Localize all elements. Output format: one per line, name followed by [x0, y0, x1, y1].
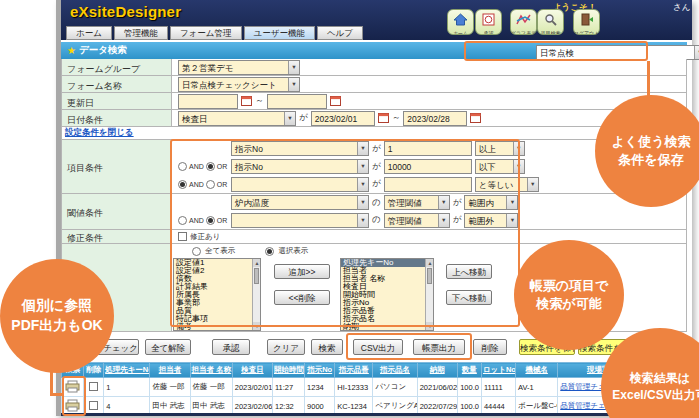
show-all-radio[interactable] — [192, 247, 201, 256]
calendar-icon[interactable] — [470, 109, 481, 127]
threshold-and-radio-2[interactable] — [178, 216, 187, 225]
item-compare-select-2[interactable]: 以下▼ — [475, 159, 525, 174]
threshold-type-select-1[interactable]: 管理閾値▼ — [384, 195, 450, 210]
item-field-select-1[interactable]: 指示No▼ — [231, 141, 369, 156]
dropdown-arrow-icon: ▼ — [357, 196, 368, 209]
available-items-listbox[interactable]: 設定値1 設定値2 倍数 計算結果 所属長 事業部 品質 特記事項 備考 ▲ ▼ — [173, 258, 261, 331]
calendar-icon[interactable] — [378, 109, 389, 127]
scrollbar-thumb[interactable] — [427, 268, 432, 284]
item-field-select-2[interactable]: 指示No▼ — [231, 159, 369, 174]
scroll-up-icon[interactable]: ▲ — [426, 259, 434, 267]
delete-condition-button[interactable]: 検索条件を削除 — [578, 339, 634, 355]
date-to-input[interactable]: 2023/02/28 — [403, 111, 467, 126]
threshold-field-select-1[interactable]: 炉内温度▼ — [231, 195, 369, 210]
listbox-scrollbar[interactable]: ▲ ▼ — [252, 259, 260, 330]
add-item-button[interactable]: 追加>> — [274, 264, 330, 279]
logout-button[interactable]: ログアウト — [573, 9, 600, 35]
column-header[interactable]: 現場写真 — [558, 363, 646, 378]
tab-user[interactable]: ユーザー機能 — [244, 26, 315, 40]
csv-export-button[interactable]: CSV出力 — [353, 339, 403, 355]
delete-button[interactable]: 削除 — [473, 339, 507, 355]
item-or-radio-2[interactable] — [206, 162, 215, 171]
item-value-input-3[interactable] — [384, 177, 472, 192]
column-header[interactable]: 指示品名 — [373, 363, 417, 378]
row-checkbox[interactable] — [89, 382, 98, 391]
column-header[interactable]: ロットNo — [481, 363, 515, 378]
clear-button[interactable]: クリア — [267, 339, 305, 355]
column-header[interactable]: 数量 — [457, 363, 481, 378]
item-compare-select-1[interactable]: 以上▼ — [475, 141, 525, 156]
column-header[interactable]: 汚れ — [646, 363, 666, 378]
general-search-button[interactable]: 汎用検索 — [537, 9, 564, 35]
column-header[interactable]: 指示品番 — [335, 363, 373, 378]
report-export-button[interactable]: 帳票出力 — [413, 339, 465, 355]
date-from-input[interactable]: 2023/02/01 — [311, 111, 375, 126]
tab-admin[interactable]: 管理機能 — [114, 26, 168, 40]
check-all-button[interactable]: 全てチェック — [85, 339, 139, 355]
move-up-button[interactable]: 上へ移動 — [446, 264, 492, 279]
fix-checkbox[interactable] — [178, 232, 187, 241]
scroll-up-icon[interactable]: ▲ — [253, 259, 261, 267]
photo-link[interactable]: 品質管理チェック 写真(1).jpg — [560, 401, 646, 410]
search-button[interactable]: 検索 — [311, 339, 343, 355]
column-header[interactable]: 機械名 — [516, 363, 558, 378]
item-compare-select-3[interactable]: と等しい▼ — [475, 177, 539, 192]
column-header[interactable]: 指示No — [305, 363, 335, 378]
quick-button-label: グラフ表示 — [511, 30, 536, 34]
approve-button-quick[interactable]: 承認 — [475, 9, 502, 35]
date-field-select[interactable]: 検査日 ▼ — [178, 111, 296, 126]
list-item[interactable]: 納期 — [341, 323, 433, 331]
threshold-range-select-1[interactable]: 範囲内▼ — [464, 195, 518, 210]
tab-help[interactable]: ヘルプ — [317, 26, 363, 40]
scrollbar-thumb[interactable] — [254, 268, 259, 284]
approve-button[interactable]: 承認 — [212, 339, 250, 355]
photo-link[interactable]: 品質管理チェック 写真(1).jpg — [560, 382, 646, 391]
scroll-down-icon[interactable]: ▼ — [253, 322, 261, 330]
table-cell: 11:27 — [272, 378, 304, 397]
item-or-radio-3[interactable] — [206, 180, 215, 189]
quick-home-button[interactable]: ホーム — [447, 9, 474, 35]
saved-search-select[interactable]: 日常点検 ▼ — [536, 45, 699, 60]
move-down-button[interactable]: 下へ移動 — [446, 290, 492, 305]
tab-form-admin[interactable]: フォーム管理 — [170, 26, 242, 40]
item-and-radio-3[interactable] — [178, 180, 187, 189]
printer-icon[interactable] — [65, 386, 80, 395]
form-name-select[interactable]: 日常点検チェックシート ▼ — [178, 77, 300, 92]
table-cell — [62, 378, 84, 397]
remove-item-button[interactable]: <<削除 — [274, 290, 330, 305]
form-group-select[interactable]: 第２営業デモ ▼ — [178, 60, 300, 75]
table-cell: 1234 — [305, 378, 335, 397]
list-item[interactable]: 備考 — [174, 323, 260, 331]
close-conditions-link[interactable]: 設定条件を閉じる — [65, 127, 134, 139]
selected-items-listbox[interactable]: 処理先キーNo 担当者 担当者 名称 検査日 開始時間 指示No 指示品番 指示… — [340, 258, 434, 331]
item-value-input-1[interactable]: 1 — [384, 141, 472, 156]
threshold-type-select-2[interactable]: 管理閾値▼ — [384, 213, 450, 228]
item-and-radio-2[interactable] — [178, 162, 187, 171]
threshold-field-select-2[interactable]: ▼ — [231, 213, 369, 228]
column-header[interactable]: 納期 — [417, 363, 457, 378]
listbox-scrollbar[interactable]: ▲ ▼ — [425, 259, 433, 330]
item-field-select-3[interactable]: ▼ — [231, 177, 369, 192]
tab-home[interactable]: ホーム — [66, 26, 112, 40]
update-date-to-input[interactable] — [267, 94, 327, 109]
update-date-from-input[interactable] — [178, 94, 238, 109]
column-header[interactable]: 担当者 名称 — [190, 363, 232, 378]
column-header[interactable]: 担当者 — [150, 363, 190, 378]
graph-view-button[interactable]: グラフ表示 — [510, 9, 537, 35]
column-header[interactable]: キズ — [666, 363, 686, 378]
threshold-or-radio-2[interactable] — [206, 216, 215, 225]
uncheck-all-button[interactable]: 全て解除 — [145, 339, 191, 355]
column-header[interactable]: 検査日 — [232, 363, 272, 378]
column-header[interactable]: 開始時間 — [272, 363, 304, 378]
calendar-icon[interactable] — [330, 92, 341, 110]
save-condition-button[interactable]: 検索条件を保存 — [519, 339, 575, 355]
results-table: 帳票 削除 処理先キーNo 担当者 担当者 名称 検査日 開始時間 指示No 指… — [61, 362, 687, 416]
scroll-down-icon[interactable]: ▼ — [426, 322, 434, 330]
item-value-input-2[interactable]: 10000 — [384, 159, 472, 174]
threshold-range-select-2[interactable]: 範囲外▼ — [464, 213, 518, 228]
column-header[interactable]: 処理先キーNo — [104, 363, 150, 378]
show-selected-radio[interactable] — [265, 247, 274, 256]
particle-no: の — [372, 214, 381, 226]
calendar-icon[interactable] — [241, 92, 252, 110]
row-checkbox[interactable] — [89, 401, 98, 410]
